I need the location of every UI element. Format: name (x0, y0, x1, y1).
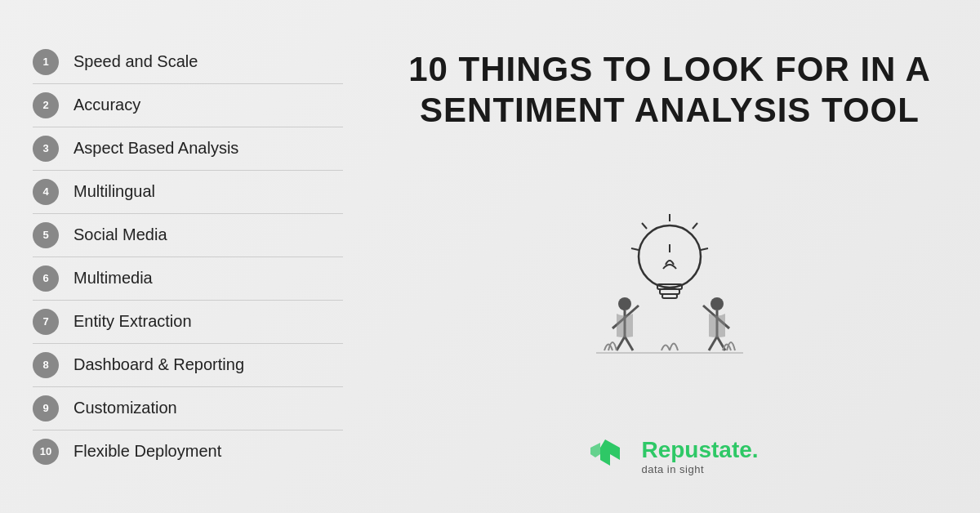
svg-point-0 (639, 225, 701, 288)
illustration (564, 199, 776, 363)
brand-name: Repustate. (641, 437, 758, 463)
brand-text: Repustate. data in sight (641, 437, 758, 475)
list-item: 9Customization (33, 387, 343, 430)
brand-logo-icon (581, 431, 630, 480)
svg-rect-3 (662, 294, 677, 298)
main-title: 10 THINGS TO LOOK FOR IN A SENTIMENT ANA… (408, 49, 931, 132)
svg-line-15 (625, 337, 633, 350)
number-badge: 8 (33, 352, 59, 378)
right-panel: 10 THINGS TO LOOK FOR IN A SENTIMENT ANA… (376, 0, 980, 513)
item-label: Accuracy (74, 96, 140, 114)
svg-line-9 (631, 248, 639, 250)
number-badge: 1 (33, 49, 59, 75)
number-badge: 2 (33, 92, 59, 118)
list-item: 8Dashboard & Reporting (33, 344, 343, 387)
svg-point-10 (618, 297, 631, 310)
list-item: 10Flexible Deployment (33, 430, 343, 473)
number-badge: 4 (33, 179, 59, 205)
svg-line-6 (693, 223, 697, 229)
svg-line-8 (642, 223, 647, 229)
svg-line-20 (709, 337, 717, 350)
list-item: 6Multimedia (33, 257, 343, 301)
item-label: Multilingual (74, 182, 155, 201)
item-label: Customization (74, 399, 177, 417)
brand-area: Repustate. data in sight (581, 431, 758, 480)
list-item: 4Multilingual (33, 171, 343, 214)
list-item: 1Speed and Scale (33, 41, 343, 84)
number-badge: 5 (33, 222, 59, 248)
list-item: 5Social Media (33, 214, 343, 257)
number-badge: 6 (33, 265, 59, 292)
brand-dot: . (752, 437, 759, 462)
item-label: Dashboard & Reporting (74, 355, 244, 374)
brand-name-text: Repustate (641, 437, 751, 462)
svg-line-7 (701, 248, 708, 250)
feature-list: 1Speed and Scale2Accuracy3Aspect Based A… (33, 41, 343, 473)
number-badge: 7 (33, 309, 59, 335)
number-badge: 3 (33, 136, 59, 162)
list-item: 7Entity Extraction (33, 301, 343, 344)
number-badge: 9 (33, 395, 59, 422)
left-panel: 1Speed and Scale2Accuracy3Aspect Based A… (0, 0, 376, 513)
brand-tagline: data in sight (641, 463, 758, 475)
item-label: Speed and Scale (74, 52, 198, 71)
list-item: 2Accuracy (33, 84, 343, 127)
list-item: 3Aspect Based Analysis (33, 127, 343, 171)
svg-line-14 (617, 337, 625, 350)
item-label: Flexible Deployment (74, 442, 221, 461)
item-label: Aspect Based Analysis (74, 139, 238, 158)
item-label: Multimedia (74, 269, 153, 288)
svg-point-16 (710, 297, 724, 310)
item-label: Social Media (74, 225, 167, 244)
number-badge: 10 (33, 439, 59, 465)
item-label: Entity Extraction (74, 312, 192, 331)
